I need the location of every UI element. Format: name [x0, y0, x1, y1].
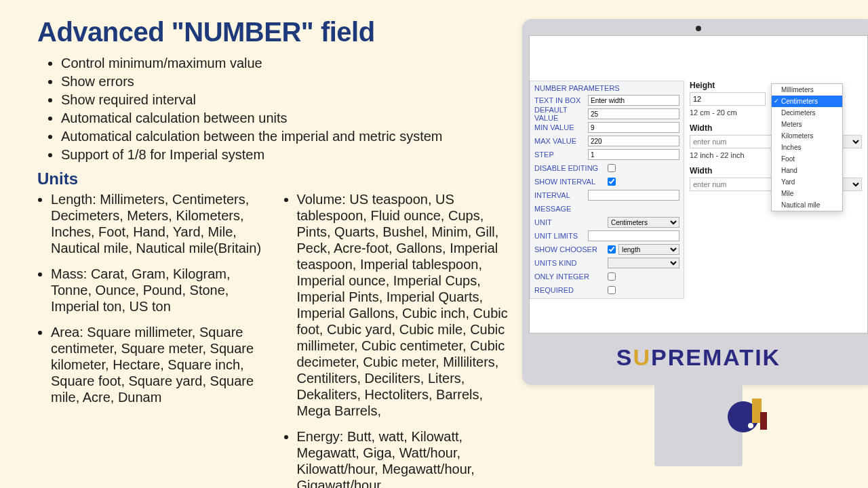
units-col1: Length: Millimeters, Centimeters, Decime…	[37, 191, 263, 405]
param-label: UNIT LIMITS	[534, 232, 588, 240]
logo-mark-icon	[728, 399, 767, 438]
param-label: INTERVAL	[534, 191, 588, 199]
list-item: Energy: Butt, watt, Kilowatt, Megawatt, …	[297, 428, 509, 488]
show-chooser-checkbox[interactable]	[608, 245, 616, 253]
param-label: REQUIRED	[534, 286, 608, 294]
feature-list: Control minimum/maximum value Show error…	[37, 54, 509, 164]
list-item: Automatical calculation between the impe…	[61, 127, 509, 146]
interval-input[interactable]	[588, 190, 679, 201]
text-in-box-input[interactable]	[588, 95, 679, 106]
list-item: Control minimum/maximum value	[61, 54, 509, 73]
dropdown-option[interactable]: Nautical mile	[772, 199, 842, 211]
list-item: Show errors	[61, 73, 509, 91]
max-value-input[interactable]	[588, 136, 679, 146]
list-item: Volume: US teaspoon, US tablespoon, Flui…	[297, 191, 509, 419]
unit-select[interactable]: Centimeters	[608, 217, 679, 228]
show-interval-checkbox[interactable]	[608, 178, 616, 186]
param-label: UNITS KIND	[534, 259, 608, 267]
disable-editing-checkbox[interactable]	[608, 164, 616, 172]
monitor-stand	[654, 385, 743, 466]
params-panel: NUMBER PARAMETERS TEXT IN BOX DEFAULT VA…	[530, 81, 684, 299]
dropdown-option[interactable]: Decimeters	[772, 107, 842, 119]
unit-dropdown-popup[interactable]: MillimetersCentimetersDecimetersMetersKi…	[771, 83, 843, 211]
param-label: MIN VALUE	[534, 123, 588, 131]
param-label: UNIT	[534, 218, 608, 226]
dropdown-option[interactable]: Hand	[772, 165, 842, 176]
list-item: Show required interval	[61, 91, 509, 109]
param-label: ONLY INTEGER	[534, 272, 608, 281]
param-label: DEFAULT VALUE	[534, 106, 588, 122]
dropdown-option[interactable]: Centimeters	[772, 96, 842, 107]
param-label: MAX VALUE	[534, 137, 588, 145]
list-item: Support of 1/8 for Imperial system	[61, 146, 509, 164]
param-label: MESSAGE	[534, 205, 608, 213]
units-col2: Volume: US teaspoon, US tablespoon, Flui…	[283, 191, 509, 488]
params-title: NUMBER PARAMETERS	[534, 84, 679, 92]
dropdown-option[interactable]: Meters	[772, 119, 842, 130]
param-label: DISABLE EDITING	[534, 164, 608, 172]
app-screen: NUMBER PARAMETERS TEXT IN BOX DEFAULT VA…	[529, 35, 868, 333]
camera-icon	[696, 26, 701, 31]
list-item: Automatical calculation between units	[61, 109, 509, 127]
min-value-input[interactable]	[588, 122, 679, 133]
list-item: Length: Millimeters, Centimeters, Decime…	[51, 191, 263, 256]
param-label: TEXT IN BOX	[534, 96, 588, 104]
dropdown-option[interactable]: Mile	[772, 188, 842, 199]
param-label: STEP	[534, 150, 588, 159]
dropdown-option[interactable]: Inches	[772, 142, 842, 153]
height-input[interactable]	[690, 92, 766, 106]
required-checkbox[interactable]	[608, 286, 616, 294]
brand-logo: SUPREMATIK	[616, 344, 781, 371]
dropdown-option[interactable]: Kilometers	[772, 130, 842, 142]
param-label: SHOW CHOOSER	[534, 245, 608, 253]
units-heading: Units	[37, 169, 509, 188]
dropdown-option[interactable]: Millimeters	[772, 84, 842, 96]
units-kind-select[interactable]	[608, 258, 679, 268]
default-value-input[interactable]	[588, 108, 679, 119]
unit-limits-input[interactable]	[588, 230, 679, 241]
step-input[interactable]	[588, 149, 679, 160]
param-label: SHOW INTERVAL	[534, 178, 608, 186]
dropdown-option[interactable]: Foot	[772, 153, 842, 165]
monitor-mockup: NUMBER PARAMETERS TEXT IN BOX DEFAULT VA…	[522, 19, 868, 466]
only-integer-checkbox[interactable]	[608, 272, 616, 281]
page-title: Advanced "NUMBER" field	[37, 17, 509, 47]
dropdown-option[interactable]: Yard	[772, 176, 842, 188]
list-item: Area: Square millimeter, Square centimet…	[51, 324, 263, 405]
show-chooser-select[interactable]: length	[618, 244, 679, 255]
list-item: Mass: Carat, Gram, Kilogram, Tonne, Ounc…	[51, 266, 263, 314]
